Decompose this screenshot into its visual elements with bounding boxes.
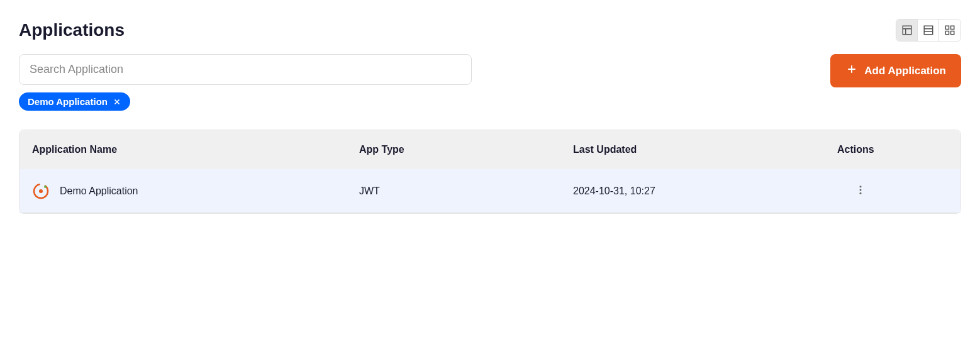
svg-rect-0 (903, 26, 911, 35)
row-actions-button[interactable] (851, 180, 870, 201)
add-button-label: Add Application (864, 65, 946, 77)
header-actions: Actions (837, 144, 948, 155)
close-icon[interactable] (113, 97, 121, 106)
app-updated-text: 2024-10-31, 10:27 (573, 186, 837, 197)
filter-chip-label: Demo Application (28, 96, 108, 107)
svg-rect-7 (951, 26, 954, 29)
app-type-text: JWT (359, 186, 573, 197)
table-row[interactable]: Demo Application JWT 2024-10-31, 10:27 (19, 169, 961, 213)
add-application-button[interactable]: Add Application (830, 54, 961, 87)
svg-point-17 (860, 186, 862, 187)
view-list-button[interactable] (918, 19, 939, 41)
plus-icon (845, 63, 858, 79)
svg-point-15 (39, 189, 43, 193)
more-vertical-icon (855, 184, 866, 197)
view-table-button[interactable] (896, 19, 918, 41)
svg-point-19 (860, 192, 862, 194)
app-name-text: Demo Application (60, 186, 138, 197)
table-icon (901, 25, 913, 36)
svg-rect-6 (945, 26, 949, 29)
app-icon (32, 182, 50, 200)
svg-rect-3 (924, 26, 933, 35)
table-header: Application Name App Type Last Updated A… (19, 130, 961, 169)
svg-rect-9 (951, 31, 954, 35)
applications-table: Application Name App Type Last Updated A… (19, 130, 961, 214)
header-name: Application Name (32, 144, 359, 155)
page-title: Applications (19, 20, 125, 40)
svg-rect-8 (945, 31, 949, 35)
filter-chip[interactable]: Demo Application (19, 92, 130, 111)
header-updated: Last Updated (573, 144, 837, 155)
header-type: App Type (359, 144, 573, 155)
list-icon (923, 25, 934, 36)
grid-icon (944, 25, 955, 36)
search-input[interactable] (19, 54, 472, 85)
svg-point-18 (860, 189, 862, 191)
view-toggle-group (896, 19, 961, 42)
svg-point-16 (44, 186, 47, 188)
view-grid-button[interactable] (939, 19, 961, 41)
